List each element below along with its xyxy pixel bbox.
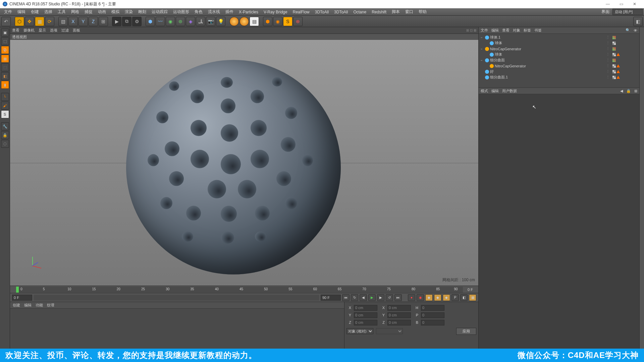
visibility-dots[interactable]: ⋮	[606, 52, 611, 57]
render-pv-icon[interactable]: ▤	[250, 17, 259, 26]
key-scale-icon[interactable]: ◆	[434, 294, 441, 301]
tag-mat-icon[interactable]	[612, 76, 616, 79]
rotate-icon[interactable]: ⟳	[45, 17, 54, 26]
playhead[interactable]	[16, 287, 19, 293]
maximize-button[interactable]: ▭	[614, 1, 628, 7]
rot-h-field[interactable]	[421, 305, 444, 311]
obj-tab-object[interactable]: 对象	[513, 28, 520, 33]
obj-tab-file[interactable]: 文件	[481, 28, 488, 33]
vp-tab-filter[interactable]: 过滤	[61, 28, 69, 33]
func1-icon[interactable]: 🔧	[1, 122, 9, 130]
key-all-icon[interactable]: ▦	[469, 294, 476, 301]
pos-z-field[interactable]	[354, 320, 377, 325]
menu-window[interactable]: 窗口	[402, 9, 416, 15]
misc3-icon[interactable]: S	[283, 17, 292, 26]
goto-end-button[interactable]: ⏭	[394, 294, 402, 301]
generator-icon[interactable]: ⊚	[176, 17, 185, 26]
nurbs-icon[interactable]: ◉	[166, 17, 175, 26]
menu-pipeline[interactable]: 流水线	[205, 9, 223, 15]
render-region-icon[interactable]: ⧉	[122, 17, 131, 26]
tree-row[interactable]: 好⋮	[479, 69, 639, 74]
object-name[interactable]: NitroCapGenerator	[490, 47, 605, 51]
attr-lock-icon[interactable]: 🔒	[626, 89, 631, 93]
tag-mat-icon[interactable]	[612, 70, 616, 73]
object-name[interactable]: 细分曲面	[490, 58, 605, 63]
tag-mat-icon[interactable]	[612, 53, 616, 56]
key-pos-icon[interactable]: ◆	[425, 294, 433, 301]
viewport[interactable]: 网格间距 : 100 cm	[10, 40, 478, 286]
move-icon[interactable]: ✥	[25, 17, 34, 26]
cube-icon[interactable]: ⬢	[146, 17, 155, 26]
mat-tab-tex[interactable]: 纹理	[47, 303, 54, 308]
tag-warn-icon[interactable]	[616, 70, 620, 73]
tag-warn-icon[interactable]	[616, 76, 620, 79]
obj-view-icon[interactable]: 👁	[634, 28, 637, 33]
attr-tab-edit[interactable]: 编辑	[491, 88, 499, 94]
play-forward-button[interactable]: ↺	[386, 294, 393, 301]
object-name[interactable]: NitroCapGenerator	[495, 64, 605, 68]
menu-help[interactable]: 帮助	[416, 9, 429, 15]
mat-tab-create[interactable]: 创建	[13, 303, 20, 308]
visibility-dots[interactable]: ⋮	[606, 35, 611, 40]
menu-character[interactable]: 角色	[192, 9, 205, 15]
timeline-scrub[interactable]	[34, 295, 319, 301]
menu-create[interactable]: 创建	[28, 9, 42, 15]
poly-mode-icon[interactable]: ▮	[1, 81, 9, 89]
visibility-dots[interactable]: ⋮	[606, 69, 611, 74]
visibility-dots[interactable]: ⋮	[606, 64, 611, 68]
vp-tab-options[interactable]: 选项	[50, 28, 57, 33]
edge-mode-icon[interactable]: ◧	[1, 72, 9, 80]
tree-row[interactable]: NitroCapGenerator⋮	[479, 63, 639, 69]
close-button[interactable]: ✕	[628, 1, 641, 7]
misc2-icon[interactable]: ◉	[273, 17, 282, 26]
z-axis-icon[interactable]: Z	[89, 17, 98, 26]
layout-dropdown[interactable]: 启动 [用户]	[612, 9, 643, 15]
coord-system-icon[interactable]: ⊞	[99, 17, 108, 26]
object-name[interactable]: 球体.1	[490, 35, 605, 40]
paint-icon[interactable]: 🖌	[1, 102, 9, 110]
model-mode-icon[interactable]: ▣	[1, 28, 9, 37]
sphere-orange2-icon[interactable]	[239, 17, 249, 26]
tag-layer-icon[interactable]	[612, 59, 616, 62]
camera-icon[interactable]: 📷	[206, 17, 215, 26]
rot-p-field[interactable]	[421, 312, 444, 318]
x-axis-icon[interactable]: X	[68, 17, 78, 26]
autokey-button[interactable]: ◉	[417, 294, 424, 301]
attr-back-icon[interactable]: ◀	[620, 89, 623, 93]
func3-icon[interactable]: ⬡	[1, 140, 9, 148]
vp-tab-view[interactable]: 查看	[12, 28, 19, 33]
tree-row[interactable]: 球体⋮	[479, 52, 639, 57]
visibility-dots[interactable]: ⋮	[606, 47, 611, 51]
sphere-orange-icon[interactable]	[229, 17, 239, 26]
attr-tab-mode[interactable]: 模式	[481, 88, 488, 94]
func2-icon[interactable]: 🔒	[1, 131, 9, 139]
tag-layer-icon[interactable]	[612, 47, 616, 51]
loop-button[interactable]: ↻	[351, 294, 358, 301]
attr-tab-userdata[interactable]: 用户数据	[502, 88, 517, 94]
tag-warn-icon[interactable]	[616, 53, 620, 56]
menu-plugins[interactable]: 插件	[223, 9, 236, 15]
object-name[interactable]: 细分曲面.1	[490, 75, 605, 80]
vp-tab-camera[interactable]: 摄像机	[23, 28, 35, 33]
siz-z-field[interactable]	[387, 320, 411, 325]
rot-b-field[interactable]	[421, 320, 444, 325]
key-param-icon[interactable]: P	[451, 294, 459, 301]
tag-mat-icon[interactable]	[612, 64, 616, 68]
tree-row[interactable]: −细分曲面⋮	[479, 57, 639, 63]
misc4-icon[interactable]: ⊛	[293, 17, 303, 26]
obj-tab-view[interactable]: 查看	[502, 28, 509, 33]
texture-mode-icon[interactable]: 🎨	[1, 46, 9, 54]
pos-x-field[interactable]	[354, 305, 377, 311]
toolbar-end-icon[interactable]: ◧	[633, 17, 643, 26]
y-axis-icon[interactable]: Y	[78, 17, 88, 26]
menu-mesh[interactable]: 网格	[68, 9, 82, 15]
vp-tab-display[interactable]: 显示	[39, 28, 46, 33]
menu-mograph[interactable]: 运动图形	[170, 9, 192, 15]
menu-simulate[interactable]: 模拟	[109, 9, 122, 15]
tree-row[interactable]: 球体⋮	[479, 40, 639, 46]
object-mode-icon[interactable]: ⬚	[1, 37, 9, 45]
tag-warn-icon[interactable]	[616, 64, 620, 67]
snap-icon[interactable]: S	[1, 110, 9, 118]
menu-edit[interactable]: 编辑	[15, 9, 28, 15]
pos-y-field[interactable]	[354, 312, 377, 318]
